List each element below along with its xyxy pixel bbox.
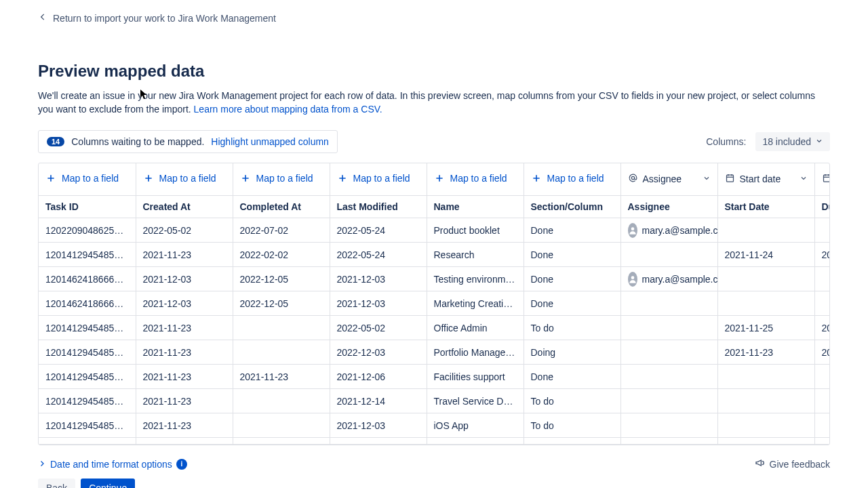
date-format-expander[interactable]: Date and time format options i xyxy=(38,459,187,470)
unmapped-columns-banner: 14 Columns waiting to be mapped. Highlig… xyxy=(38,130,338,153)
table-row: 12014129454852722021-11-232022-05-02Offi… xyxy=(39,316,830,340)
avatar xyxy=(628,272,637,287)
chevron-right-icon xyxy=(38,459,46,470)
table-row: 12014129454852772021-11-232021-12-03iOS … xyxy=(39,413,830,438)
back-link-label: Return to import your work to Jira Work … xyxy=(53,13,276,24)
continue-button[interactable]: Continue xyxy=(81,479,135,488)
map-to-field-button[interactable]: Map to a field xyxy=(337,173,410,184)
column-header: Due xyxy=(814,196,830,218)
start-date-field-dropdown[interactable]: Start date xyxy=(725,173,808,185)
info-icon: i xyxy=(176,459,187,470)
learn-more-link[interactable]: Learn more about mapping data from a CSV… xyxy=(194,104,382,115)
map-to-field-button[interactable]: Map to a field xyxy=(240,173,313,184)
svg-rect-2 xyxy=(823,175,830,182)
chevron-down-icon xyxy=(800,174,808,184)
preview-table: Map to a fieldMap to a fieldMap to a fie… xyxy=(38,163,830,446)
table-row: 12014129454852692021-11-232021-11-232021… xyxy=(39,365,830,389)
avatar xyxy=(628,223,637,238)
column-header: Section/Column xyxy=(524,196,620,218)
due-date-field-dropdown[interactable] xyxy=(822,173,831,185)
plus-icon xyxy=(531,173,542,184)
start-date-field-dropdown-icon xyxy=(725,173,735,185)
column-header: Created At xyxy=(136,196,233,218)
plus-icon xyxy=(45,173,56,184)
back-link[interactable]: Return to import your work to Jira Work … xyxy=(38,0,830,24)
unmapped-count-badge: 14 xyxy=(47,137,64,146)
plus-icon xyxy=(143,173,154,184)
chevron-down-icon xyxy=(703,174,711,184)
map-to-field-button[interactable]: Map to a field xyxy=(531,173,604,184)
page-subtitle: We'll create an issue in your new Jira W… xyxy=(38,89,830,117)
megaphone-icon xyxy=(755,458,766,470)
svg-point-0 xyxy=(631,177,634,180)
back-button[interactable]: Back xyxy=(38,479,75,488)
columns-included-dropdown[interactable]: 18 included xyxy=(755,132,830,151)
column-header: Start Date xyxy=(717,196,814,218)
assignee-field-dropdown-icon xyxy=(628,173,638,185)
column-header: Task ID xyxy=(39,196,136,218)
column-header: Completed At xyxy=(233,196,330,218)
calendar-icon xyxy=(822,173,831,185)
table-row xyxy=(39,438,830,445)
table-row: 12014129454852682021-11-232022-12-03Port… xyxy=(39,340,830,365)
table-row: 12014129454852702021-11-232022-02-022022… xyxy=(39,243,830,267)
table-row: 12014129454853702021-11-232021-12-14Trav… xyxy=(39,389,830,413)
columns-label: Columns: xyxy=(706,136,746,147)
map-to-field-button[interactable]: Map to a field xyxy=(143,173,216,184)
svg-point-4 xyxy=(631,276,634,279)
map-to-field-button[interactable]: Map to a field xyxy=(45,173,119,184)
give-feedback-link[interactable]: Give feedback xyxy=(755,458,831,470)
assignee-field-dropdown[interactable]: Assignee xyxy=(628,173,711,185)
unmapped-message: Columns waiting to be mapped. xyxy=(71,136,204,147)
page-title: Preview mapped data xyxy=(38,62,830,81)
column-header: Assignee xyxy=(620,196,717,218)
table-row: 12014624186669982021-12-032022-12-052021… xyxy=(39,267,830,291)
plus-icon xyxy=(434,173,445,184)
arrow-left-icon xyxy=(38,12,47,24)
svg-point-3 xyxy=(631,227,634,230)
map-to-field-button[interactable]: Map to a field xyxy=(434,173,507,184)
highlight-unmapped-link[interactable]: Highlight unmapped column xyxy=(211,136,329,147)
plus-icon xyxy=(240,173,251,184)
table-row: 12014624186669992021-12-032022-12-052021… xyxy=(39,291,830,316)
column-header: Last Modified xyxy=(330,196,427,218)
plus-icon xyxy=(337,173,348,184)
column-header: Name xyxy=(427,196,524,218)
svg-rect-1 xyxy=(726,175,733,182)
table-row: 12022090486259362022-05-022022-07-022022… xyxy=(39,218,830,243)
chevron-down-icon xyxy=(815,136,823,147)
